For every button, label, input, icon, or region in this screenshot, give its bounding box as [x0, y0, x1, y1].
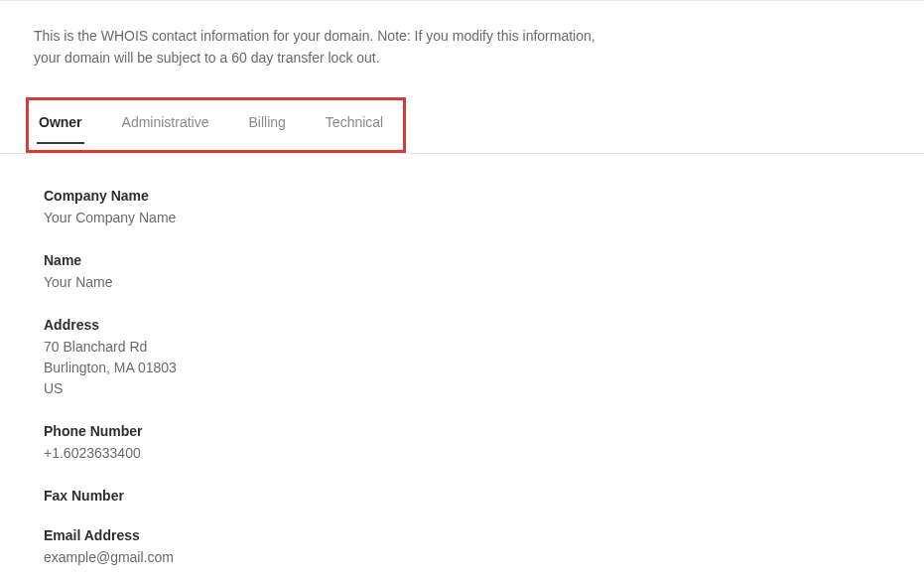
address-value: 70 Blanchard Rd Burlington, MA 01803 US	[44, 337, 890, 399]
field-address: Address 70 Blanchard Rd Burlington, MA 0…	[44, 317, 890, 399]
phone-value: +1.6023633400	[44, 443, 890, 464]
field-phone: Phone Number +1.6023633400	[44, 423, 890, 464]
tab-billing-label: Billing	[249, 114, 286, 130]
name-label: Name	[44, 252, 890, 268]
tabs-highlight-box: Owner Administrative Billing Technical	[26, 97, 406, 153]
fax-label: Fax Number	[44, 488, 890, 504]
email-label: Email Address	[44, 527, 890, 543]
company-name-label: Company Name	[44, 188, 890, 204]
address-line3: US	[44, 380, 63, 396]
name-value: Your Name	[44, 272, 890, 293]
email-value: example@gmail.com	[44, 547, 890, 568]
tab-technical[interactable]: Technical	[324, 108, 385, 142]
description-line1: This is the WHOIS contact information fo…	[34, 28, 595, 44]
field-company-name: Company Name Your Company Name	[44, 188, 890, 228]
contact-tabs: Owner Administrative Billing Technical	[37, 108, 385, 142]
address-label: Address	[44, 317, 890, 333]
contact-info-section: Company Name Your Company Name Name Your…	[0, 154, 924, 583]
field-email: Email Address example@gmail.com	[44, 527, 890, 568]
address-line2: Burlington, MA 01803	[44, 360, 177, 375]
tab-administrative-label: Administrative	[122, 114, 209, 130]
address-line1: 70 Blanchard Rd	[44, 339, 147, 355]
tab-technical-label: Technical	[326, 114, 383, 130]
phone-label: Phone Number	[44, 423, 890, 439]
field-fax: Fax Number	[44, 488, 890, 504]
company-name-value: Your Company Name	[44, 208, 890, 228]
tab-billing[interactable]: Billing	[247, 108, 288, 142]
tab-owner-label: Owner	[39, 114, 82, 130]
whois-description: This is the WHOIS contact information fo…	[34, 25, 890, 70]
tab-administrative[interactable]: Administrative	[120, 108, 211, 142]
field-name: Name Your Name	[44, 252, 890, 293]
tab-owner[interactable]: Owner	[37, 108, 84, 142]
description-line2: your domain will be subject to a 60 day …	[34, 50, 380, 66]
